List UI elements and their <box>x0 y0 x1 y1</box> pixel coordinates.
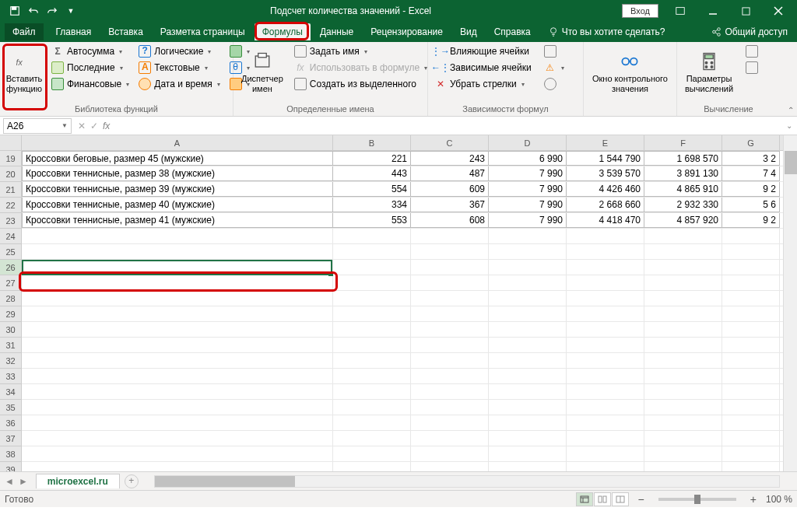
cell[interactable]: 1 544 790 <box>567 151 644 166</box>
row-header[interactable]: 35 <box>0 400 22 415</box>
cell[interactable] <box>411 322 489 337</box>
column-header[interactable]: G <box>722 135 780 150</box>
cell[interactable]: 4 865 910 <box>644 182 722 197</box>
cell[interactable] <box>567 415 644 430</box>
minimize-icon[interactable] <box>697 0 729 22</box>
cell[interactable] <box>489 446 567 461</box>
cell[interactable] <box>489 462 567 471</box>
cell[interactable] <box>644 353 722 368</box>
watch-window-button[interactable]: Окно контрольного значения <box>588 44 672 101</box>
cell[interactable] <box>22 275 333 290</box>
cell[interactable]: 7 990 <box>489 213 567 228</box>
fx-icon[interactable]: fx <box>103 121 110 131</box>
cell[interactable] <box>411 244 489 259</box>
row-header[interactable]: 28 <box>0 291 22 306</box>
column-header[interactable]: D <box>489 135 567 150</box>
cell[interactable] <box>333 275 411 290</box>
vertical-scrollbar[interactable] <box>783 135 797 471</box>
row-header[interactable]: 33 <box>0 369 22 384</box>
cell[interactable]: 7 4 <box>722 166 780 181</box>
cell[interactable] <box>567 260 644 275</box>
row-header[interactable]: 27 <box>0 275 22 291</box>
cell[interactable] <box>489 244 567 259</box>
cell[interactable] <box>411 353 489 368</box>
cell[interactable] <box>22 462 333 471</box>
cell[interactable]: 7 990 <box>489 182 567 197</box>
cell[interactable] <box>489 384 567 399</box>
cell[interactable]: 2 668 660 <box>567 198 644 212</box>
row-header[interactable]: 29 <box>0 306 22 322</box>
cell[interactable]: Кроссовки теннисные, размер 39 (мужские) <box>22 182 333 197</box>
menu-view[interactable]: Вид <box>452 23 485 40</box>
cell[interactable] <box>644 415 722 430</box>
cell[interactable] <box>567 384 644 399</box>
menu-help[interactable]: Справка <box>486 23 539 40</box>
cell[interactable]: Кроссовки беговые, размер 45 (мужские) <box>22 151 333 166</box>
cell[interactable] <box>22 338 333 352</box>
cell[interactable] <box>644 431 722 446</box>
cell[interactable]: 243 <box>411 151 489 166</box>
menu-file[interactable]: Файл <box>5 23 44 40</box>
cell[interactable] <box>567 369 644 383</box>
cell[interactable] <box>333 462 411 471</box>
cell[interactable] <box>333 229 411 243</box>
cell[interactable] <box>411 369 489 383</box>
save-icon[interactable] <box>6 2 23 19</box>
cell[interactable] <box>722 353 780 368</box>
cell[interactable] <box>644 338 722 352</box>
maximize-icon[interactable] <box>730 0 761 22</box>
cell[interactable] <box>22 400 333 415</box>
datetime-button[interactable]: Дата и время▾ <box>135 76 223 92</box>
cell[interactable] <box>644 229 722 243</box>
cell[interactable] <box>411 415 489 430</box>
cell[interactable] <box>722 260 780 275</box>
trace-dependents-button[interactable]: ←⋮Зависимые ячейки <box>431 60 535 75</box>
add-sheet-button[interactable]: + <box>125 474 139 488</box>
cell[interactable] <box>644 260 722 275</box>
row-header[interactable]: 39 <box>0 462 22 471</box>
horizontal-scrollbar[interactable] <box>154 475 780 488</box>
cell[interactable] <box>722 306 780 321</box>
page-break-view-button[interactable] <box>612 492 629 506</box>
row-header[interactable]: 34 <box>0 384 22 400</box>
cell[interactable] <box>722 322 780 337</box>
cell[interactable] <box>567 338 644 352</box>
cell[interactable] <box>22 229 333 243</box>
cell[interactable] <box>333 244 411 259</box>
cell[interactable] <box>489 229 567 243</box>
cell[interactable]: 7 990 <box>489 198 567 212</box>
qat-dropdown-icon[interactable]: ▼ <box>62 2 79 19</box>
cell[interactable] <box>644 244 722 259</box>
cell[interactable] <box>567 244 644 259</box>
cell[interactable] <box>644 446 722 461</box>
cell[interactable] <box>722 291 780 306</box>
cell[interactable] <box>22 322 333 337</box>
text-button[interactable]: AТекстовые▾ <box>135 60 223 75</box>
cell[interactable] <box>644 322 722 337</box>
cell[interactable] <box>644 291 722 306</box>
tab-next-icon[interactable]: ► <box>17 476 30 487</box>
cell[interactable] <box>489 353 567 368</box>
cell[interactable] <box>22 369 333 383</box>
financial-button[interactable]: Финансовые▾ <box>48 76 132 92</box>
cell[interactable]: Кроссовки теннисные, размер 40 (мужские) <box>22 198 333 212</box>
row-header[interactable]: 30 <box>0 322 22 338</box>
cell[interactable] <box>722 275 780 290</box>
autosum-button[interactable]: ΣАвтосумма▾ <box>48 44 132 59</box>
cancel-formula-icon[interactable]: ✕ <box>78 121 86 131</box>
scrollbar-thumb[interactable] <box>155 476 295 487</box>
row-header[interactable]: 22 <box>0 198 22 213</box>
column-header[interactable]: B <box>333 135 411 150</box>
cell[interactable] <box>411 431 489 446</box>
cell[interactable]: 7 990 <box>489 166 567 181</box>
cell[interactable]: 3 891 130 <box>644 166 722 181</box>
page-layout-view-button[interactable] <box>594 492 611 506</box>
tell-me[interactable]: Что вы хотите сделать? <box>548 26 665 37</box>
cell[interactable] <box>411 338 489 352</box>
cell[interactable] <box>722 415 780 430</box>
cell[interactable] <box>411 400 489 415</box>
cell[interactable] <box>644 400 722 415</box>
row-header[interactable]: 19 <box>0 151 22 166</box>
menu-insert[interactable]: Вставка <box>100 23 151 40</box>
cell[interactable] <box>22 260 333 275</box>
